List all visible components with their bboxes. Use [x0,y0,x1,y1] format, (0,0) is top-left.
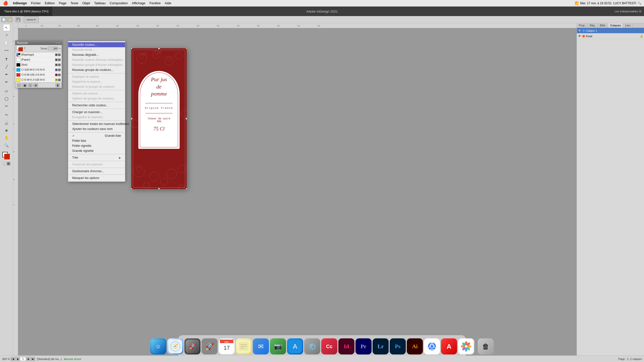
tool-page[interactable]: 📑 [3,39,10,46]
ctx-nouveau-degrade[interactable]: Nouveau dégradé... [68,52,125,57]
dock-indesign[interactable]: Id [338,338,354,354]
tool-freehand[interactable]: 〜 [3,112,10,119]
toolbar-open[interactable]: 📂 [7,17,13,22]
swatch-row-magenta[interactable]: C=0 M=100 J=0 N=0 ■ ⬡ [15,72,62,77]
swatch-row-papier[interactable]: [Papier] ■ ⬡ [15,57,62,62]
ctx-petite-vignette[interactable]: Petite vignette [68,143,125,148]
tool-type[interactable]: T [3,56,10,63]
handle-tr[interactable] [186,48,187,49]
view-mode-normal[interactable]: □ [3,162,6,165]
menu-affichage[interactable]: Affichage [130,1,147,5]
ctx-masquer-options[interactable]: Masquer les options [68,175,125,180]
layer-fond[interactable]: 👁 Fond 🔒 [577,33,644,39]
layer-eye-1[interactable]: 👁 [578,29,581,32]
ctx-select-inutilisees[interactable]: Sélectionner toutes les nuances inutilis… [68,121,125,126]
nuancier-group-icon[interactable]: ⊞ [33,83,38,87]
menu-tableau[interactable]: Tableau [92,1,108,5]
menubar-search-icon[interactable]: 🔍 [638,2,641,5]
handle-tm[interactable] [158,48,160,49]
dock-photos[interactable] [458,338,474,354]
ctx-gestionnaire-encres[interactable]: Gestionnaire d'encres... [68,169,125,174]
handle-bm[interactable] [158,188,160,189]
ctx-petite-liste[interactable]: Petite liste [68,138,125,143]
apple-menu[interactable]: 🍎 [0,1,11,6]
tool-select[interactable]: ↖ [3,24,10,31]
fill-swatch-mini[interactable] [18,47,23,51]
menu-texte[interactable]: Texte [68,1,80,5]
tab-calques[interactable]: Calques [608,23,623,28]
ctx-rechercher[interactable]: Rechercher cette couleur... [68,103,125,108]
tool-pencil[interactable]: ✏ [3,78,10,85]
dock-chrome[interactable] [424,338,440,354]
tool-scissor[interactable]: ✂ [3,103,10,110]
nuancier-close[interactable]: × [59,41,60,44]
menu-edition[interactable]: Edition [43,1,57,5]
menu-objet[interactable]: Objet [80,1,92,5]
dock-calendar[interactable]: NOV 17 [219,338,235,354]
dock-photoshop[interactable]: Ps [390,338,406,354]
page-input[interactable] [20,357,26,361]
tint-input[interactable]: 100 [48,47,58,50]
handle-mr[interactable] [186,118,187,120]
menu-page[interactable]: Page [57,1,68,5]
tab-bibli[interactable]: Bibli. [598,23,608,28]
tab-rep[interactable]: Rép. [588,23,598,28]
nav-first[interactable]: |◀ [11,357,15,361]
menu-fenetre[interactable]: Fenêtre [147,1,163,5]
tab-lien[interactable]: Lien [623,23,633,28]
nav-last[interactable]: ▶| [31,357,35,361]
menu-aide[interactable]: Aide [163,1,173,5]
tool-ellipse[interactable]: ◯ [3,95,10,102]
dock-notes[interactable] [236,338,252,354]
swatch-row-reperage[interactable]: [Repérage] ■ ⬡ [15,52,62,57]
menu-composition[interactable]: Composition [108,1,130,5]
workspace-label[interactable]: Les indispensables ☰ [615,10,641,13]
tool-direct-select[interactable]: ↗ [3,32,10,39]
dock-trash[interactable]: 🗑 [478,338,494,354]
dock-mail[interactable]: ✉ [253,338,269,354]
nuancier-minimize[interactable]: — [56,41,58,44]
nuancier-gradient-icon[interactable]: ▦ [22,83,27,87]
swatch-row-noir[interactable]: [Noir] ■ ⬡ [15,62,62,67]
ctx-ajouter-sans-nom[interactable]: Ajouter les couleurs sans nom [68,126,125,131]
layer-calque1[interactable]: 👁 Calque 1 [577,28,644,33]
ctx-nouvelle-teinte[interactable]: Nouvelle teinte... [68,47,125,52]
toolbar-preview[interactable]: Aperçu▼ [24,16,39,23]
dock-acrobat[interactable]: A [441,338,457,354]
tool-hand[interactable]: ✋ [3,134,10,141]
dock-systemprefs[interactable]: ⚙️ [304,338,320,354]
toolbar-save[interactable]: 💾 [15,17,21,22]
dock-finder[interactable]: ☺ [150,338,166,354]
fill-color[interactable] [4,154,10,159]
dock-appstore[interactable]: A [287,338,303,354]
handle-ml[interactable] [131,118,132,120]
dock-facetime[interactable]: 📷 [270,338,286,354]
ctx-charger[interactable]: Charger un nuancier... [68,110,125,115]
layer-eye-2[interactable]: 👁 [578,34,581,38]
tool-zoom[interactable]: 🔍 [3,142,10,149]
ctx-grande-liste[interactable]: ✓ Grande liste [68,133,125,138]
ctx-trier[interactable]: Trier [68,155,125,160]
active-tab[interactable]: *Sans titre-1 @ 300% [Aperçu CPU] [0,7,53,16]
menu-fichier[interactable]: Fichier [29,1,43,5]
swatch-row-cyan[interactable]: C=100 M=0 J=0 N=0 ■ ⬡ [15,67,62,72]
tool-rect[interactable]: ▭ [3,87,10,95]
tool-gradient[interactable]: ▦ [3,127,10,134]
nuancier-new-color-icon[interactable]: □ [17,83,21,87]
handle-bl[interactable] [131,188,132,189]
dock-rocket[interactable]: 🚀 [202,338,218,354]
swatch-row-yellow[interactable]: C=0 M=0 J=100 N=0 ■ ⬡ [15,77,62,82]
nav-prev[interactable]: ◀ [15,357,19,361]
dock-lightroom[interactable]: Lr [373,338,389,354]
label-page[interactable]: Pur jusdepomme Origine France Teneur de … [131,48,187,189]
view-mode-preview[interactable]: ■ [7,162,10,165]
toolbar-new[interactable]: 📄 [1,17,7,22]
handle-br[interactable] [186,188,187,189]
ctx-nouveau-groupe-couleurs[interactable]: Nouveau groupe de couleurs... [68,67,125,72]
tab-prop[interactable]: Prop. [577,23,588,28]
zoom-value[interactable]: 300 % [2,357,10,360]
nuancier-titlebar[interactable]: Nuancier — × [15,40,62,45]
dock-premiere[interactable]: Pr [355,338,372,354]
dock-launchpad[interactable]: 🚀 [184,338,200,354]
handle-tl[interactable] [131,48,132,49]
